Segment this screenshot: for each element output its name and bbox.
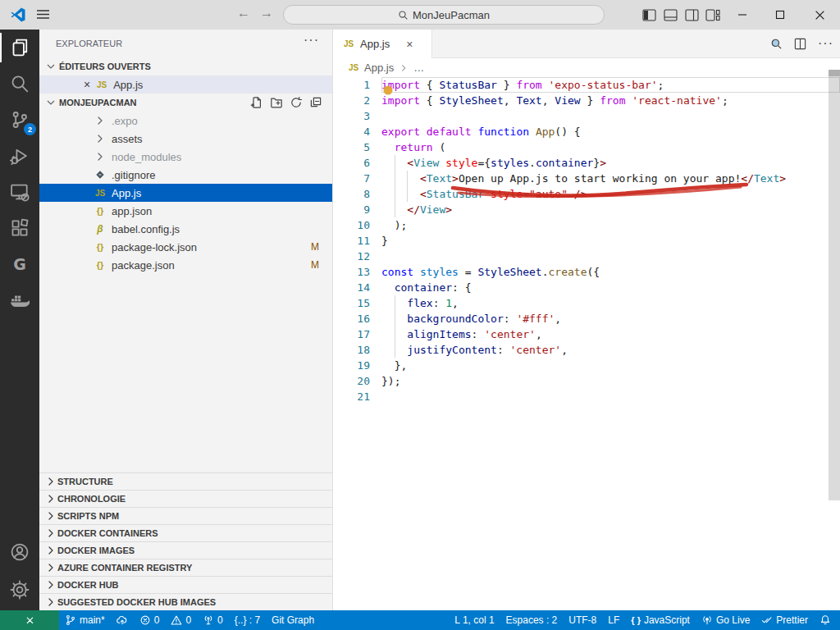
code-line-18[interactable]: 18 justifyContent: 'center',: [334, 342, 840, 358]
panel-docker-containers[interactable]: DOCKER CONTAINERS: [39, 524, 332, 541]
code-line-10[interactable]: 10 );: [334, 217, 840, 233]
tree-item-app-json[interactable]: {}app.json: [39, 202, 332, 220]
remote-window-button[interactable]: [0, 610, 59, 630]
open-editor-item-appjs[interactable]: × JS App.js: [39, 75, 332, 94]
activity-source-control[interactable]: 2: [0, 102, 39, 138]
panel-docker-images[interactable]: DOCKER IMAGES: [39, 541, 332, 559]
code-line-6[interactable]: 6 <View style={styles.container}>: [334, 155, 840, 171]
toggle-panel-button[interactable]: [660, 0, 681, 30]
code-line-3[interactable]: 3: [334, 108, 840, 124]
tree-item-babel-config-js[interactable]: βbabel.config.js: [39, 220, 332, 238]
code-area[interactable]: 1import { StatusBar } from 'expo-status-…: [334, 77, 840, 610]
breadcrumb-file[interactable]: App.js: [364, 62, 394, 74]
nav-forward-button[interactable]: →: [258, 6, 276, 21]
tree-item-app-js[interactable]: JSApp.js: [39, 184, 332, 202]
editor-scrollbar[interactable]: [829, 70, 840, 500]
activity-accounts[interactable]: [0, 533, 39, 571]
title-bar: ← → MonJeuPacman: [0, 0, 840, 30]
panel-structure[interactable]: STRUCTURE: [39, 472, 332, 490]
panel-azure-container-registry[interactable]: AZURE CONTAINER REGISTRY: [39, 559, 332, 576]
code-line-20[interactable]: 20});: [334, 373, 840, 389]
code-line-12[interactable]: 12: [334, 249, 840, 264]
line-content: <StatusBar style="auto" />: [381, 186, 840, 202]
code-line-4[interactable]: 4export default function App() {: [334, 124, 840, 139]
more-actions-icon[interactable]: ···: [818, 36, 833, 51]
activity-run-and-debug[interactable]: [0, 138, 39, 174]
explorer-more-actions-button[interactable]: ···: [304, 33, 319, 48]
code-line-13[interactable]: 13const styles = StyleSheet.create({: [334, 264, 840, 280]
code-line-9[interactable]: 9 </View>: [334, 202, 840, 217]
code-line-2[interactable]: 2import { StyleSheet, Text, View } from …: [334, 93, 840, 108]
tree-item-package-json[interactable]: {}package.jsonM: [39, 256, 332, 274]
open-editors-section-header[interactable]: ÉDITEURS OUVERTS: [39, 57, 332, 75]
customize-layout-button[interactable]: [702, 0, 724, 30]
tab-appjs[interactable]: JS App.js ×: [334, 30, 432, 58]
nav-back-button[interactable]: ←: [235, 6, 253, 21]
status-cursor-position[interactable]: L 1, col 1: [449, 610, 500, 630]
split-editor-icon[interactable]: [794, 38, 806, 50]
search-editor-icon[interactable]: [770, 38, 783, 50]
code-line-11[interactable]: 11}: [334, 233, 840, 249]
open-editor-label: App.js: [113, 79, 143, 91]
maximize-button[interactable]: [761, 0, 799, 30]
status-encoding[interactable]: UTF-8: [563, 610, 602, 630]
status-git-branch[interactable]: main*: [59, 610, 111, 630]
toggle-primary-sidebar-button[interactable]: [638, 0, 660, 30]
activity-remote-explorer[interactable]: [0, 174, 39, 210]
activity-docker[interactable]: [0, 282, 39, 318]
status-git-graph[interactable]: Git Graph: [266, 610, 320, 630]
status-forwarded-ports[interactable]: 0: [197, 610, 229, 630]
status-indentation[interactable]: Espaces : 2: [500, 610, 564, 630]
panel-docker-hub[interactable]: DOCKER HUB: [39, 576, 332, 593]
status-publish-changes[interactable]: [111, 610, 134, 630]
chevron-right-icon: [44, 578, 57, 591]
tree-item-assets[interactable]: assets: [39, 130, 332, 148]
code-line-5[interactable]: 5 return (: [334, 139, 840, 155]
file-label: package.json: [112, 259, 175, 272]
toggle-secondary-sidebar-button[interactable]: [681, 0, 702, 30]
close-button[interactable]: [799, 0, 840, 30]
tree-item-package-lock-json[interactable]: {}package-lock.jsonM: [39, 238, 332, 256]
code-line-17[interactable]: 17 alignItems: 'center',: [334, 326, 840, 342]
activity-gitlens[interactable]: G: [0, 246, 39, 282]
breadcrumb-symbol[interactable]: …: [413, 62, 424, 74]
close-editor-icon[interactable]: ×: [84, 78, 90, 91]
command-center-search[interactable]: MonJeuPacman: [283, 5, 605, 25]
status-notifications[interactable]: [814, 610, 837, 630]
refresh-explorer-button[interactable]: [290, 96, 303, 109]
panel-chronologie[interactable]: CHRONOLOGIE: [39, 490, 332, 507]
minimize-button[interactable]: [724, 0, 761, 30]
code-line-14[interactable]: 14 container: {: [334, 280, 840, 295]
tree-item--expo[interactable]: .expo: [39, 112, 332, 130]
status-warnings[interactable]: 0: [165, 610, 197, 630]
status-eol[interactable]: LF: [602, 610, 625, 630]
status-code-metric[interactable]: {..} : 7: [229, 610, 266, 630]
activity-extensions[interactable]: [0, 210, 39, 246]
activity-search[interactable]: [0, 66, 39, 102]
panel-suggested-docker-hub-images[interactable]: SUGGESTED DOCKER HUB IMAGES: [39, 593, 332, 610]
activity-settings[interactable]: [0, 571, 39, 609]
code-line-19[interactable]: 19 },: [334, 358, 840, 373]
code-line-16[interactable]: 16 backgroundColor: '#fff',: [334, 311, 840, 326]
status-go-live[interactable]: Go Live: [696, 610, 756, 630]
new-file-button[interactable]: [250, 96, 263, 109]
breadcrumb[interactable]: JS App.js …: [334, 58, 840, 77]
panel-scripts-npm[interactable]: SCRIPTS NPM: [39, 507, 332, 524]
line-number: 19: [334, 358, 381, 373]
tree-item--gitignore[interactable]: .gitignore: [39, 166, 332, 184]
status-errors[interactable]: 0: [134, 610, 166, 630]
status-prettier[interactable]: Prettier: [756, 610, 814, 630]
code-line-8[interactable]: 8 <StatusBar style="auto" />: [334, 186, 840, 202]
code-line-1[interactable]: 1import { StatusBar } from 'expo-status-…: [334, 77, 840, 93]
new-folder-button[interactable]: [270, 96, 283, 109]
tree-item-node-modules[interactable]: node_modules: [39, 148, 332, 166]
status-language-mode[interactable]: { }JavaScript: [625, 610, 696, 630]
activity-explorer[interactable]: [0, 30, 39, 66]
menu-icon[interactable]: [36, 8, 50, 21]
collapse-folders-button[interactable]: [309, 96, 322, 109]
code-line-7[interactable]: 7 <Text>Open up App.js to start working …: [334, 171, 840, 186]
project-section-header[interactable]: MONJEUPACMAN: [39, 94, 332, 112]
close-tab-icon[interactable]: ×: [406, 38, 413, 51]
code-line-15[interactable]: 15 flex: 1,: [334, 295, 840, 311]
code-line-21[interactable]: 21: [334, 389, 840, 404]
